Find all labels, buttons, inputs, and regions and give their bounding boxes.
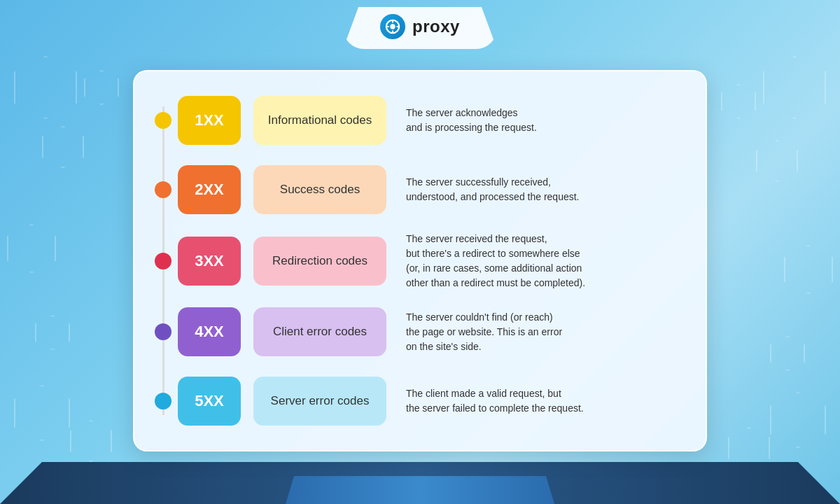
description-5xx: The client made a valid request, butthe … — [399, 386, 685, 416]
label-box-2xx: Success codes — [253, 165, 386, 214]
dot-1xx — [155, 112, 172, 129]
label-box-1xx: Informational codes — [253, 96, 386, 145]
code-box-5xx: 5XX — [178, 377, 241, 426]
description-2xx: The server successfully received,underst… — [399, 175, 685, 204]
label-box-3xx: Redirection codes — [253, 237, 386, 286]
dot-3xx — [155, 253, 172, 270]
row-4xx: 4XX Client error codes The server couldn… — [148, 298, 685, 367]
description-1xx: The server acknowledgesand is processing… — [399, 106, 685, 135]
timeline: 1XX Informational codes The server ackno… — [148, 85, 685, 436]
logo-text: proxy — [412, 17, 460, 36]
description-3xx: The server received the request,but ther… — [399, 232, 685, 290]
code-box-3xx: 3XX — [178, 237, 241, 286]
proxy-logo-icon — [380, 14, 405, 39]
bottom-decoration — [0, 462, 840, 504]
logo-badge: proxy — [343, 7, 497, 49]
code-box-4xx: 4XX — [178, 307, 241, 356]
label-box-5xx: Server error codes — [253, 377, 386, 426]
main-card: 1XX Informational codes The server ackno… — [133, 70, 707, 451]
description-4xx: The server couldn't find (or reach)the p… — [399, 310, 685, 354]
dot-2xx — [155, 181, 172, 198]
header: proxy — [0, 0, 840, 56]
dot-4xx — [155, 323, 172, 340]
row-1xx: 1XX Informational codes The server ackno… — [148, 85, 685, 155]
row-2xx: 2XX Success codes The server successfull… — [148, 155, 685, 224]
code-box-1xx: 1XX — [178, 96, 241, 145]
bottom-inner-decoration — [280, 476, 560, 504]
dot-5xx — [155, 393, 172, 410]
svg-point-1 — [390, 24, 395, 29]
row-3xx: 3XX Redirection codes The server receive… — [148, 225, 685, 298]
label-box-4xx: Client error codes — [253, 307, 386, 356]
row-5xx: 5XX Server error codes The client made a… — [148, 367, 685, 436]
code-box-2xx: 2XX — [178, 165, 241, 214]
